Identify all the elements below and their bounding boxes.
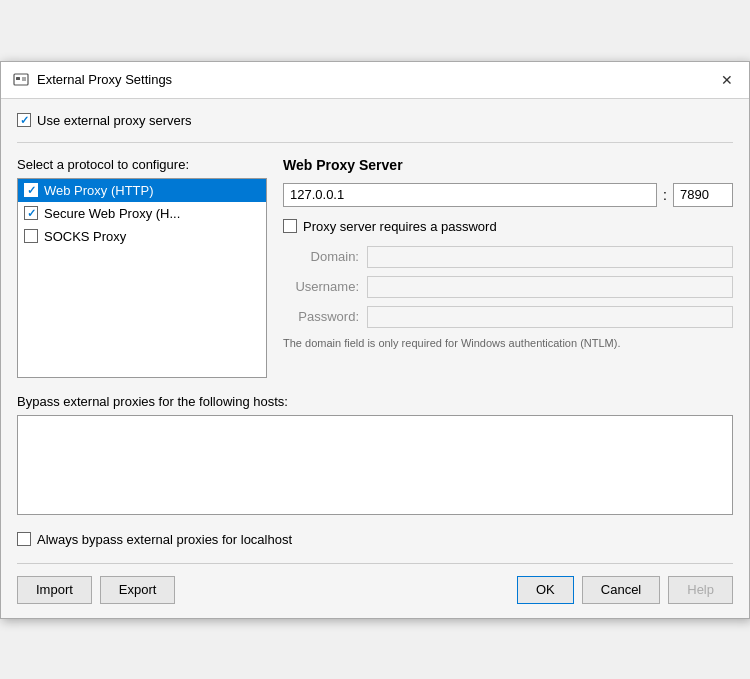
title-bar: External Proxy Settings ✕ [1,62,749,99]
bypass-section: Bypass external proxies for the followin… [17,394,733,518]
proxy-port-input[interactable] [673,183,733,207]
title-bar-left: External Proxy Settings [13,72,172,88]
always-bypass-row: Always bypass external proxies for local… [17,532,733,547]
proxy-address-input[interactable] [283,183,657,207]
use-proxy-label: Use external proxy servers [37,113,192,128]
left-panel: Select a protocol to configure: Web Prox… [17,157,267,378]
ntlm-hint: The domain field is only required for Wi… [283,336,663,351]
secure-proxy-checkbox[interactable] [24,206,38,220]
web-proxy-label: Web Proxy (HTTP) [44,183,154,198]
import-button[interactable]: Import [17,576,92,604]
close-button[interactable]: ✕ [717,70,737,90]
settings-icon [13,72,29,88]
button-row-left: Import Export [17,576,175,604]
dialog-body: Use external proxy servers Select a prot… [1,99,749,618]
secure-proxy-label: Secure Web Proxy (H... [44,206,180,221]
socks-proxy-checkbox[interactable] [24,229,38,243]
export-button[interactable]: Export [100,576,176,604]
protocol-item-web-proxy[interactable]: Web Proxy (HTTP) [18,179,266,202]
button-row-right: OK Cancel Help [517,576,733,604]
help-button[interactable]: Help [668,576,733,604]
credentials-section: Domain: Username: Password: [283,246,733,328]
bypass-label: Bypass external proxies for the followin… [17,394,733,409]
username-label: Username: [287,279,359,294]
button-row: Import Export OK Cancel Help [17,563,733,604]
protocol-list: Web Proxy (HTTP) Secure Web Proxy (H... … [17,178,267,378]
socks-proxy-label: SOCKS Proxy [44,229,126,244]
divider [17,142,733,143]
password-required-label: Proxy server requires a password [303,219,497,234]
password-required-checkbox[interactable] [283,219,297,233]
password-checkbox-row: Proxy server requires a password [283,219,733,234]
external-proxy-dialog: External Proxy Settings ✕ Use external p… [0,61,750,619]
protocol-section-label: Select a protocol to configure: [17,157,267,172]
protocol-item-socks-proxy[interactable]: SOCKS Proxy [18,225,266,248]
colon-separator: : [663,187,667,203]
domain-row: Domain: [287,246,733,268]
use-proxy-row: Use external proxy servers [17,113,733,128]
always-bypass-label[interactable]: Always bypass external proxies for local… [17,532,292,547]
main-content: Select a protocol to configure: Web Prox… [17,157,733,378]
password-input[interactable] [367,306,733,328]
domain-label: Domain: [287,249,359,264]
proxy-address-row: : [283,183,733,207]
username-row: Username: [287,276,733,298]
web-proxy-title: Web Proxy Server [283,157,733,173]
password-checkbox-label[interactable]: Proxy server requires a password [283,219,497,234]
protocol-item-secure-proxy[interactable]: Secure Web Proxy (H... [18,202,266,225]
right-panel: Web Proxy Server : Proxy server requires… [283,157,733,378]
password-row: Password: [287,306,733,328]
domain-input[interactable] [367,246,733,268]
cancel-button[interactable]: Cancel [582,576,660,604]
svg-rect-1 [16,77,20,80]
dialog-title: External Proxy Settings [37,72,172,87]
use-proxy-checkbox-label[interactable]: Use external proxy servers [17,113,192,128]
bypass-textarea[interactable] [17,415,733,515]
ok-button[interactable]: OK [517,576,574,604]
web-proxy-checkbox[interactable] [24,183,38,197]
password-label: Password: [287,309,359,324]
always-bypass-checkbox[interactable] [17,532,31,546]
always-bypass-text: Always bypass external proxies for local… [37,532,292,547]
use-proxy-checkbox[interactable] [17,113,31,127]
username-input[interactable] [367,276,733,298]
